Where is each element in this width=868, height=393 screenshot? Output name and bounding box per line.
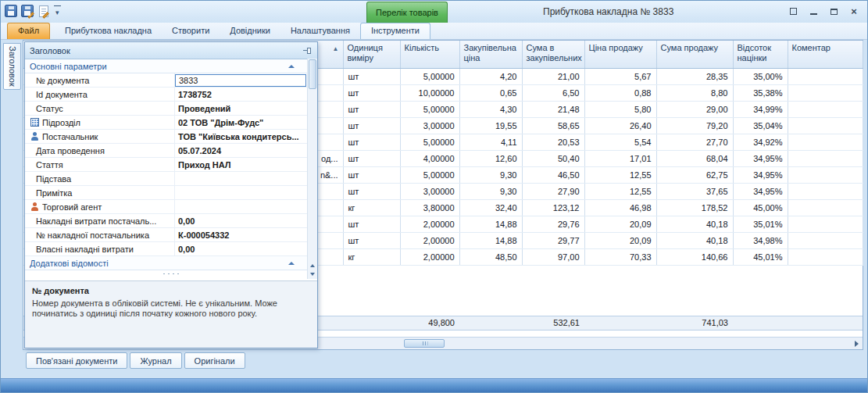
cell-purchase-price[interactable]: 9,30 (459, 167, 522, 184)
cell-sale-price[interactable]: 12,55 (584, 184, 656, 200)
cell-comment[interactable] (788, 151, 863, 167)
cell-markup[interactable]: 34,95% (733, 167, 788, 184)
qat-dropdown-icon[interactable]: ▾ (54, 5, 61, 17)
cell-purchase-price[interactable]: 4,11 (459, 134, 522, 151)
property-value[interactable]: 0,00 (175, 214, 307, 227)
splitter-grip[interactable] (162, 273, 180, 275)
scroll-down-button[interactable] (308, 270, 317, 278)
cell-markup[interactable]: 34,95% (733, 184, 788, 200)
cell-purchase-sum[interactable]: 20,53 (522, 134, 584, 151)
cell-qty[interactable]: 3,00000 (400, 118, 459, 134)
cell-purchase-sum[interactable]: 27,90 (522, 184, 584, 200)
cell-sale-sum[interactable]: 28,35 (656, 69, 733, 85)
minimize-button[interactable] (806, 5, 820, 17)
cell-comment[interactable] (788, 85, 863, 102)
side-tab-zagolovok[interactable]: Заголовок (3, 43, 21, 90)
cell-purchase-sum[interactable]: 29,77 (522, 233, 584, 249)
cell-unit[interactable]: шт (343, 102, 400, 118)
cell-markup[interactable]: 45,01% (733, 249, 788, 266)
cell-markup[interactable]: 35,38% (733, 85, 788, 102)
maximize-button[interactable] (827, 5, 841, 17)
cell-unit[interactable]: шт (343, 118, 400, 134)
column-header[interactable]: Сума продажу (656, 41, 733, 69)
cell-comment[interactable] (788, 69, 863, 85)
cell-unit[interactable]: кг (343, 200, 400, 216)
cell-sale-price[interactable]: 17,01 (584, 151, 656, 167)
property-value[interactable]: 3833 (175, 74, 306, 87)
cell-sale-sum[interactable]: 40,18 (656, 233, 733, 249)
cell-sale-price[interactable]: 5,67 (584, 69, 656, 85)
cell-purchase-sum[interactable]: 6,50 (522, 85, 584, 102)
cell-sale-sum[interactable]: 29,00 (656, 102, 733, 118)
cell-qty[interactable]: 3,80000 (400, 200, 459, 216)
scrollbar-thumb[interactable] (404, 339, 445, 348)
cell-qty[interactable]: 2,00000 (400, 233, 459, 249)
property-value[interactable]: ТОВ "Київська кондитерсь... (175, 130, 307, 143)
cell-unit[interactable]: шт (343, 167, 400, 184)
cell-purchase-sum[interactable]: 50,40 (522, 151, 584, 167)
cell-comment[interactable] (788, 233, 863, 249)
property-value[interactable] (175, 200, 307, 213)
cell-sale-sum[interactable]: 27,70 (656, 134, 733, 151)
cell-markup[interactable]: 34,95% (733, 151, 788, 167)
cell-unit[interactable]: шт (343, 184, 400, 200)
property-value[interactable]: Приход НАЛ (175, 158, 307, 171)
cell-unit[interactable]: шт (343, 85, 400, 102)
ribbon-tab[interactable]: Створити (162, 23, 220, 39)
column-header[interactable]: Відсоток націнки (733, 41, 788, 69)
cell-markup[interactable]: 34,99% (733, 102, 788, 118)
cell-sale-price[interactable]: 5,80 (584, 102, 656, 118)
cell-purchase-sum[interactable]: 29,76 (522, 216, 584, 233)
cell-sale-price[interactable]: 70,33 (584, 249, 656, 266)
cell-comment[interactable] (788, 167, 863, 184)
cell-purchase-price[interactable]: 12,60 (459, 151, 522, 167)
property-value[interactable]: К-000054332 (175, 228, 307, 241)
cell-purchase-price[interactable]: 9,30 (459, 184, 522, 200)
cell-markup[interactable]: 34,98% (733, 233, 788, 249)
column-header[interactable]: Сума в закупівельних (522, 41, 584, 69)
contextual-tab-group[interactable]: Перелік товарів (366, 2, 448, 23)
cell-purchase-price[interactable]: 4,30 (459, 102, 522, 118)
cell-unit[interactable]: шт (343, 216, 400, 233)
bottom-tab[interactable]: Журнал (130, 352, 181, 369)
cell-purchase-price[interactable]: 14,88 (459, 233, 522, 249)
property-value[interactable]: 1738752 (175, 88, 307, 101)
cell-comment[interactable] (788, 216, 863, 233)
cell-purchase-price[interactable]: 14,88 (459, 216, 522, 233)
save-edit-icon[interactable] (21, 5, 34, 17)
cell-qty[interactable]: 3,00000 (400, 184, 459, 200)
cell-sale-price[interactable]: 20,09 (584, 233, 656, 249)
cell-sale-price[interactable]: 12,55 (584, 167, 656, 184)
cell-unit[interactable]: шт (343, 69, 400, 85)
cell-unit[interactable]: шт (343, 233, 400, 249)
panel-scrollbar-thumb[interactable] (309, 59, 316, 89)
cell-sale-sum[interactable]: 140,66 (656, 249, 733, 266)
cell-qty[interactable]: 10,00000 (400, 85, 459, 102)
cell-sale-sum[interactable]: 68,04 (656, 151, 733, 167)
cell-sale-sum[interactable]: 8,80 (656, 85, 733, 102)
cell-unit[interactable]: шт (343, 151, 400, 167)
cell-qty[interactable]: 2,00000 (400, 249, 459, 266)
bottom-tab[interactable]: Пов'язані документи (26, 352, 127, 369)
column-header[interactable]: Ціна продажу (584, 41, 656, 69)
column-header[interactable]: Коментар (788, 41, 863, 69)
cell-purchase-sum[interactable]: 97,00 (522, 249, 584, 266)
cell-purchase-sum[interactable]: 123,12 (522, 200, 584, 216)
scroll-up-button[interactable] (308, 261, 317, 270)
cell-sale-sum[interactable]: 37,65 (656, 184, 733, 200)
property-value[interactable] (175, 186, 307, 199)
property-value[interactable]: 05.07.2024 (175, 144, 307, 157)
cell-purchase-price[interactable]: 0,65 (459, 85, 522, 102)
cell-sale-sum[interactable]: 178,52 (656, 200, 733, 216)
cell-qty[interactable]: 2,00000 (400, 216, 459, 233)
cell-qty[interactable]: 5,00000 (400, 69, 459, 85)
column-header[interactable]: Закупівельна ціна (459, 41, 522, 69)
cell-purchase-sum[interactable]: 46,50 (522, 167, 584, 184)
cell-purchase-price[interactable]: 19,55 (459, 118, 522, 134)
scroll-right-button[interactable] (851, 339, 862, 348)
cell-sale-price[interactable]: 46,98 (584, 200, 656, 216)
cell-markup[interactable]: 34,92% (733, 134, 788, 151)
pin-icon[interactable] (302, 46, 313, 55)
close-button[interactable]: × (847, 5, 861, 17)
cell-purchase-sum[interactable]: 21,00 (522, 69, 584, 85)
